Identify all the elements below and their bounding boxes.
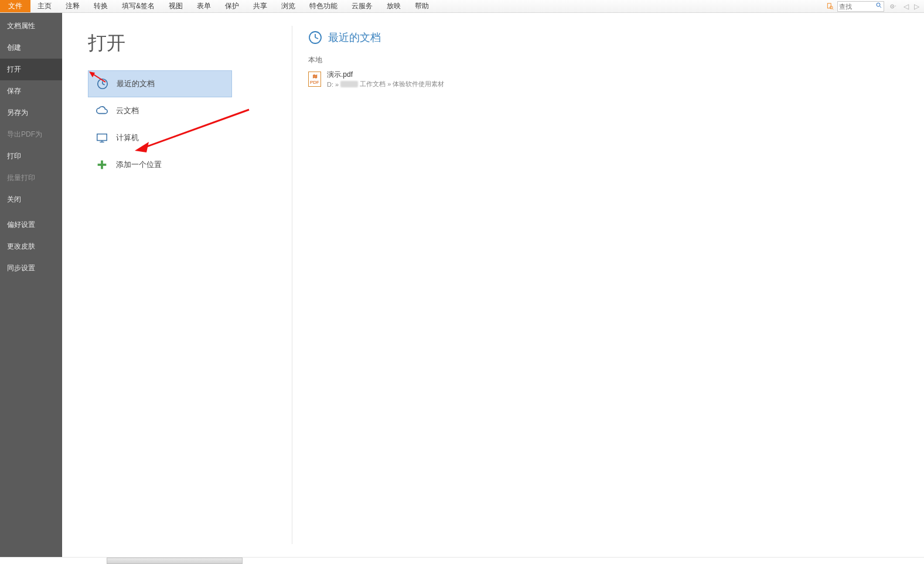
sidebar-item-label: 更改皮肤 <box>7 242 35 250</box>
sidebar-item-sync[interactable]: 同步设置 <box>0 257 62 279</box>
sidebar-item-label: 关闭 <box>7 195 21 203</box>
sidebar-item-print[interactable]: 打印 <box>0 145 62 167</box>
tab-label: 填写&签名 <box>122 1 155 11</box>
sidebar-item-open[interactable]: 打开 <box>0 59 62 80</box>
recent-file-item[interactable]: ≋ PDF 演示.pdf D: » 工作文档 » 体验软件使用素材 <box>308 69 444 90</box>
sidebar-item-save[interactable]: 保存 <box>0 80 62 102</box>
tab-label: 浏览 <box>281 1 295 11</box>
svg-point-3 <box>877 3 880 6</box>
tab-help[interactable]: 帮助 <box>408 0 436 12</box>
tab-label: 特色功能 <box>309 1 337 11</box>
menubar-right: ◁ ▷ <box>826 0 924 12</box>
sidebar-item-close[interactable]: 关闭 <box>0 189 62 210</box>
svg-line-11 <box>103 84 105 85</box>
panel-divider <box>292 26 292 544</box>
location-label: 添加一个位置 <box>116 159 162 170</box>
tab-fillsign[interactable]: 填写&签名 <box>115 0 162 12</box>
tab-label: 转换 <box>94 1 108 11</box>
tab-file-label: 文件 <box>8 1 22 11</box>
sidebar-item-label: 偏好设置 <box>7 220 35 229</box>
svg-line-4 <box>880 6 882 8</box>
tab-file[interactable]: 文件 <box>0 0 30 12</box>
file-path-mid: 工作文档 <box>360 80 386 89</box>
tab-label: 云服务 <box>352 1 373 11</box>
svg-line-21 <box>315 38 318 39</box>
tab-home[interactable]: 主页 <box>30 0 59 12</box>
open-title: 打开 <box>88 30 232 56</box>
sidebar-item-label: 创建 <box>7 43 21 52</box>
plus-icon <box>95 158 109 172</box>
menubar: 文件 主页 注释 转换 填写&签名 视图 表单 保护 共享 浏览 特色功能 云服… <box>0 0 924 13</box>
tab-label: 注释 <box>66 1 80 11</box>
file-path-suffix: » 体验软件使用素材 <box>387 80 444 89</box>
status-strip <box>0 557 924 564</box>
location-add[interactable]: 添加一个位置 <box>88 151 232 178</box>
open-panel-right: 最近的文档 本地 ≋ PDF 演示.pdf D: » 工作文档 » 体验软件使用… <box>232 13 444 557</box>
location-recent[interactable]: 最近的文档 <box>88 70 232 97</box>
open-panel-left: 打开 最近的文档 云文档 <box>62 13 232 557</box>
tab-label: 放映 <box>387 1 401 11</box>
tab-convert[interactable]: 转换 <box>87 0 115 12</box>
search-icon[interactable] <box>875 2 882 11</box>
tab-label: 表单 <box>197 1 211 11</box>
tab-label: 共享 <box>253 1 267 11</box>
sidebar-item-label: 打印 <box>7 152 21 160</box>
svg-point-1 <box>830 6 833 9</box>
sidebar-item-skin[interactable]: 更改皮肤 <box>0 236 62 257</box>
recent-header: 最近的文档 <box>308 30 444 45</box>
sidebar-item-label: 另存为 <box>7 108 28 117</box>
search-box[interactable] <box>837 1 884 12</box>
svg-rect-0 <box>827 3 831 8</box>
sidebar-item-export: 导出PDF为 <box>0 124 62 145</box>
sidebar-item-create[interactable]: 创建 <box>0 37 62 59</box>
svg-point-6 <box>892 6 893 7</box>
pdf-icon: ≋ PDF <box>308 72 321 87</box>
tab-protect[interactable]: 保护 <box>218 0 246 12</box>
file-path-prefix: D: » <box>327 81 339 88</box>
sidebar-item-label: 批量打印 <box>7 174 35 182</box>
tab-comment[interactable]: 注释 <box>59 0 87 12</box>
sidebar-item-preferences[interactable]: 偏好设置 <box>0 214 62 236</box>
tab-browse[interactable]: 浏览 <box>274 0 302 12</box>
file-path: D: » 工作文档 » 体验软件使用素材 <box>327 80 444 89</box>
sidebar-item-saveas[interactable]: 另存为 <box>0 102 62 124</box>
file-name: 演示.pdf <box>327 70 444 80</box>
location-label: 计算机 <box>116 132 139 143</box>
status-segment <box>107 558 243 564</box>
sidebar-item-batchprint: 批量打印 <box>0 167 62 189</box>
sidebar-item-label: 保存 <box>7 87 21 95</box>
tab-label: 帮助 <box>415 1 429 11</box>
nav-back-icon[interactable]: ◁ <box>902 2 910 11</box>
location-cloud[interactable]: 云文档 <box>88 97 232 124</box>
settings-dropdown-icon[interactable] <box>887 2 899 11</box>
tab-share[interactable]: 共享 <box>246 0 274 12</box>
recent-header-label: 最近的文档 <box>328 30 381 45</box>
tab-label: 保护 <box>225 1 239 11</box>
nav-forward-icon[interactable]: ▷ <box>912 2 920 11</box>
sidebar-item-properties[interactable]: 文档属性 <box>0 15 62 37</box>
open-content: 打开 最近的文档 云文档 <box>62 13 924 557</box>
sidebar-item-label: 同步设置 <box>7 264 35 272</box>
location-list: 最近的文档 云文档 计算机 <box>88 70 232 178</box>
file-sidebar: 文档属性 创建 打开 保存 另存为 导出PDF为 打印 批量打印 关闭 偏好设置… <box>0 13 62 557</box>
tab-form[interactable]: 表单 <box>190 0 218 12</box>
redacted-segment <box>340 81 358 87</box>
tab-label: 主页 <box>37 1 52 11</box>
main-area: 文档属性 创建 打开 保存 另存为 导出PDF为 打印 批量打印 关闭 偏好设置… <box>0 13 924 557</box>
location-computer[interactable]: 计算机 <box>88 124 232 151</box>
tab-cloud[interactable]: 云服务 <box>345 0 380 12</box>
sidebar-item-label: 打开 <box>7 65 21 73</box>
location-label: 最近的文档 <box>117 79 155 89</box>
location-label: 云文档 <box>116 106 139 116</box>
sidebar-item-label: 导出PDF为 <box>7 130 42 138</box>
search-input[interactable] <box>839 3 874 10</box>
local-label: 本地 <box>308 55 444 65</box>
tab-slideshow[interactable]: 放映 <box>380 0 408 12</box>
tab-view[interactable]: 视图 <box>162 0 190 12</box>
svg-rect-12 <box>97 134 107 141</box>
file-info: 演示.pdf D: » 工作文档 » 体验软件使用素材 <box>327 70 444 89</box>
tab-label: 视图 <box>169 1 183 11</box>
tab-features[interactable]: 特色功能 <box>302 0 345 12</box>
search-doc-icon[interactable] <box>826 2 835 11</box>
computer-icon <box>95 131 109 145</box>
